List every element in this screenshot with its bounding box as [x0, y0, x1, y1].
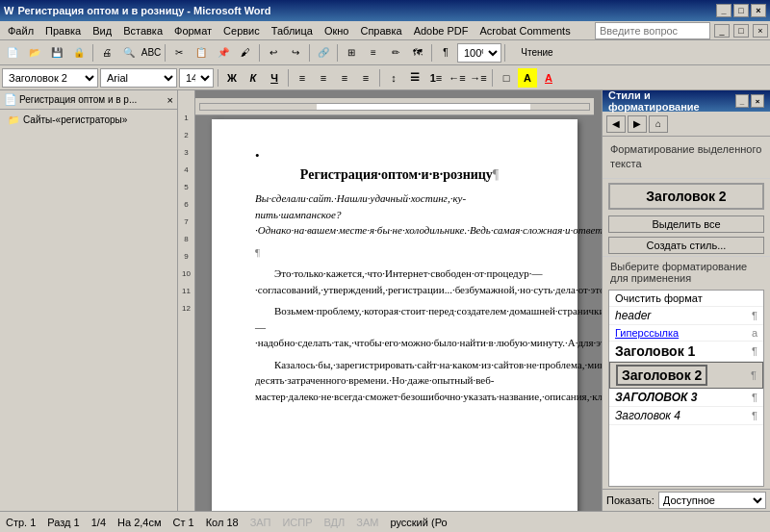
style-item-hyperlink[interactable]: Гиперссылка a [609, 325, 763, 342]
font-select[interactable]: Arial [100, 68, 177, 88]
align-justify-button[interactable]: ≡ [356, 68, 375, 88]
doc-map-button[interactable]: 🗺 [407, 42, 428, 63]
menu-close[interactable]: × [753, 24, 768, 38]
styles-title: Стили и форматирование [608, 89, 735, 113]
table-button[interactable]: ⊞ [341, 42, 362, 63]
align-left-button[interactable]: ≡ [293, 68, 312, 88]
menu-insert[interactable]: Вставка [117, 23, 168, 38]
page-para-empty: ¶ [255, 244, 544, 261]
menu-format[interactable]: Формат [168, 23, 218, 38]
size-select[interactable]: 14 [179, 68, 214, 88]
spellcheck-button[interactable]: ABC [141, 42, 162, 63]
status-section: Разд 1 [47, 517, 79, 528]
styles-toolbar: ◀ ▶ ⌂ [603, 112, 770, 137]
create-style-button[interactable]: Создать стиль... [608, 237, 764, 254]
zoom-select[interactable]: 100% [457, 43, 501, 63]
styles-info: Форматирование выделенного текста [603, 137, 770, 179]
menu-table[interactable]: Таблица [266, 23, 319, 38]
increase-indent-button[interactable]: →≡ [469, 68, 488, 88]
page-content-area[interactable]: • Регистрация·оптом·и·в·розницу¶ Вы·сдел… [195, 90, 602, 511]
styles-tool-1[interactable]: ◀ [606, 115, 626, 133]
font-color-button[interactable]: A [539, 68, 558, 88]
style-item-header[interactable]: header ¶ [609, 307, 763, 325]
format-painter-button[interactable]: 🖌 [235, 42, 256, 63]
app-icon: W [4, 5, 13, 16]
numbering-button[interactable]: 1≡ [426, 68, 446, 88]
menu-adobe[interactable]: Adobe PDF [408, 23, 475, 38]
menu-bar: Файл Правка Вид Вставка Формат Сервис Та… [0, 21, 770, 40]
open-button[interactable]: 📂 [24, 42, 45, 63]
style-item-clear[interactable]: Очистить формат [609, 291, 763, 307]
new-button[interactable]: 📄 [2, 42, 23, 63]
select-all-button[interactable]: Выделить все [608, 215, 764, 233]
maximize-button[interactable]: □ [733, 4, 749, 17]
fmt-sep1 [218, 69, 218, 87]
menu-help[interactable]: Справка [354, 23, 407, 38]
styles-minimize[interactable]: _ [735, 94, 749, 108]
menu-acrobat[interactable]: Acrobat Comments [475, 23, 577, 38]
copy-button[interactable]: 📋 [191, 42, 212, 63]
style-hyperlink-label: Гиперссылка [615, 327, 679, 339]
minimize-button[interactable]: _ [716, 4, 732, 17]
reading-button[interactable]: Чтение [508, 42, 566, 63]
show-all-button[interactable]: ¶ [435, 42, 456, 63]
fmt-sep3 [379, 69, 380, 87]
cut-button[interactable]: ✂ [168, 42, 190, 63]
style-item-h4[interactable]: Заголовок 4 ¶ [609, 407, 763, 425]
undo-button[interactable]: ↩ [263, 42, 284, 63]
save-button[interactable]: 💾 [46, 42, 67, 63]
help-input[interactable] [595, 22, 710, 39]
link-button[interactable]: 🔗 [313, 42, 334, 63]
highlight-button[interactable]: A [518, 68, 537, 88]
bullets-button[interactable]: ☰ [405, 68, 424, 88]
ruler-11: 11 [178, 283, 194, 300]
drawing-button[interactable]: ✏ [385, 42, 406, 63]
style-item-h1[interactable]: Заголовок 1 ¶ [609, 342, 763, 362]
menu-window[interactable]: Окно [319, 23, 355, 38]
menu-edit[interactable]: Правка [39, 23, 87, 38]
ruler-track [199, 103, 590, 111]
columns-button[interactable]: ≡ [363, 42, 384, 63]
styles-heading2-box[interactable]: Заголовок 2 [608, 183, 764, 210]
page-area: 1 2 3 4 5 6 7 8 9 10 11 12 • [178, 90, 602, 511]
style-item-h2[interactable]: Заголовок 2 ¶ [609, 362, 763, 389]
paste-button[interactable]: 📌 [213, 42, 234, 63]
style-select[interactable]: Заголовок 2 [2, 68, 98, 88]
menu-file[interactable]: Файл [2, 23, 39, 38]
document-page[interactable]: • Регистрация·оптом·и·в·розницу¶ Вы·сдел… [212, 119, 578, 511]
doc-item-sites[interactable]: 📁 Сайты-«регистраторы» [4, 114, 173, 126]
show-select[interactable]: Доступное [658, 492, 766, 509]
styles-tool-2[interactable]: ▶ [628, 115, 647, 133]
window-title: Регистрация оптом и в розницу - Microsof… [17, 5, 270, 16]
underline-button[interactable]: Ч [265, 68, 284, 88]
status-position: На 2,4см [117, 517, 161, 528]
styles-header-controls[interactable]: _ × [735, 94, 764, 108]
permission-button[interactable]: 🔒 [68, 42, 90, 63]
styles-list[interactable]: Очистить формат header ¶ Гиперссылка a З… [608, 290, 764, 487]
menu-view[interactable]: Вид [87, 23, 117, 38]
title-bar-controls[interactable]: _ □ × [716, 4, 766, 17]
menu-minimize[interactable]: _ [714, 24, 730, 38]
preview-button[interactable]: 🔍 [118, 42, 140, 63]
print-button[interactable]: 🖨 [96, 42, 117, 63]
styles-tool-home[interactable]: ⌂ [649, 115, 668, 133]
style-item-h3[interactable]: ЗАГОЛОВОК 3 ¶ [609, 389, 763, 407]
outside-border-button[interactable]: □ [497, 68, 516, 88]
style-h3-label: ЗАГОЛОВОК 3 [615, 391, 697, 404]
close-button[interactable]: × [751, 4, 766, 17]
style-h3-pilcrow: ¶ [752, 392, 757, 403]
redo-button[interactable]: ↪ [285, 42, 306, 63]
doc-panel-close[interactable]: × [167, 94, 173, 106]
line-spacing-button[interactable]: ↕ [384, 68, 403, 88]
decrease-indent-button[interactable]: ←≡ [448, 68, 467, 88]
italic-button[interactable]: К [244, 68, 263, 88]
menu-tools[interactable]: Сервис [218, 23, 266, 38]
fmt-sep2 [288, 69, 289, 87]
format-toolbar: Заголовок 2 Arial 14 Ж К Ч ≡ ≡ ≡ ≡ ↕ ☰ 1… [0, 65, 770, 90]
menu-restore[interactable]: □ [733, 24, 749, 38]
ruler-5: 5 [178, 179, 194, 196]
align-center-button[interactable]: ≡ [314, 68, 333, 88]
bold-button[interactable]: Ж [222, 68, 242, 88]
align-right-button[interactable]: ≡ [335, 68, 354, 88]
styles-close[interactable]: × [751, 94, 764, 108]
